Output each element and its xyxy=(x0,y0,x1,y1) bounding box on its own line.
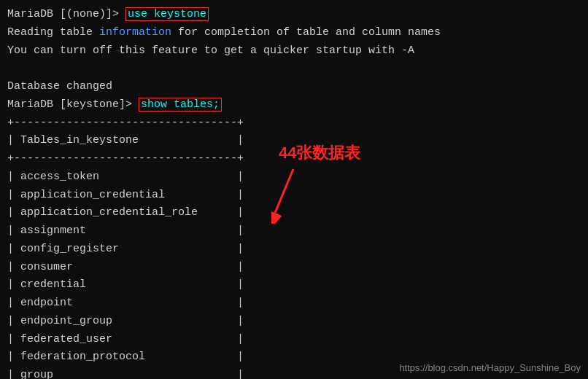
line-db-changed: Database changed xyxy=(7,78,581,96)
reading-rest: for completion of table and column names xyxy=(171,26,441,39)
information-text: information xyxy=(99,26,171,39)
annotation-text: 44张数据表 xyxy=(279,142,360,164)
line-blank xyxy=(7,60,581,78)
line-1: MariaDB [(none)]> use keystone xyxy=(7,6,581,24)
table-row: | assignment | xyxy=(7,222,581,241)
watermark: https://blog.csdn.net/Happy_Sunshine_Boy xyxy=(399,362,581,373)
svg-line-1 xyxy=(275,169,293,213)
cmd-show-tables: show tables; xyxy=(139,98,222,112)
table-border-top: +----------------------------------+ xyxy=(7,114,581,133)
reading-text: Reading table xyxy=(7,26,99,39)
table-row: | consumer | xyxy=(7,259,581,277)
prompt-keystone: MariaDB [keystone]> xyxy=(7,98,139,111)
line-show-tables: MariaDB [keystone]> show tables; xyxy=(7,96,581,114)
prompt-none: MariaDB [(none)]> xyxy=(7,8,125,20)
table-row: | endpoint | xyxy=(7,294,581,313)
table-row: | federated_user | xyxy=(7,331,581,349)
line-2: Reading table information for completion… xyxy=(7,24,581,42)
annotation-arrow xyxy=(271,165,359,224)
annotation-group: 44张数据表 xyxy=(271,142,360,224)
table-row: | endpoint_group | xyxy=(7,313,581,331)
table-row: | credential | xyxy=(7,276,581,294)
cmd-use-keystone: use keystone xyxy=(125,7,209,21)
table-row: | config_register | xyxy=(7,241,581,259)
line-3: You can turn off this feature to get a q… xyxy=(7,42,581,60)
